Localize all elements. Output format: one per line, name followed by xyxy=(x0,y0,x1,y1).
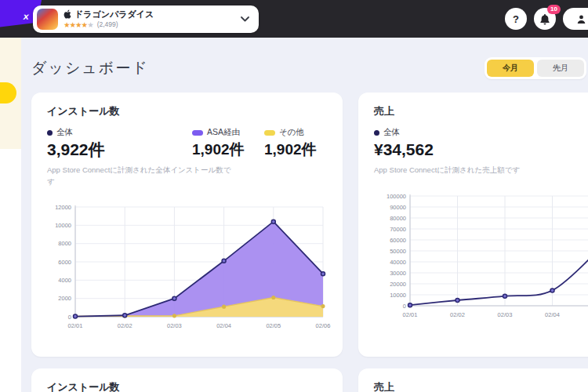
installs-caption: App Store Connectに計測された全体インストール数です xyxy=(47,165,235,187)
stat-other-label: その他 xyxy=(279,127,304,138)
stat-asa-label: ASA経由 xyxy=(207,127,240,138)
svg-text:8000: 8000 xyxy=(58,241,71,248)
stat-total-label: 全体 xyxy=(56,127,73,138)
stat-revenue-label: 全体 xyxy=(383,127,400,138)
help-button[interactable]: ? xyxy=(505,8,527,30)
user-icon xyxy=(576,14,586,24)
svg-text:12000: 12000 xyxy=(55,204,71,211)
rating-count: (2,499) xyxy=(97,20,118,28)
svg-text:2000: 2000 xyxy=(58,296,71,303)
stat-asa: ASA経由 1,902件 xyxy=(192,127,264,158)
top-actions: ? 10 xyxy=(505,8,588,30)
installs-card: インストール数 全体 3,922件 ASA経由 1,902件 xyxy=(31,93,343,357)
revenue-card-2-title: 売上 xyxy=(374,380,588,392)
svg-text:02/05: 02/05 xyxy=(266,322,281,329)
profile-button[interactable] xyxy=(563,8,588,30)
svg-text:100000: 100000 xyxy=(387,192,406,199)
star-rating: ★★★★★ xyxy=(64,20,93,29)
installs-card-2: インストール数 xyxy=(31,368,343,392)
installs-stats: 全体 3,922件 ASA経由 1,902件 その他 1, xyxy=(47,127,327,158)
svg-text:60000: 60000 xyxy=(390,236,406,243)
revenue-caption: App Store Connectに計測された売上額です xyxy=(374,165,588,176)
revenue-card-title: 売上 xyxy=(374,104,588,118)
page-title: ダッシュボード xyxy=(31,58,149,78)
period-toggle: 今月 先月 xyxy=(485,57,586,79)
svg-text:70000: 70000 xyxy=(390,225,406,232)
installs-card-2-title: インストール数 xyxy=(47,380,327,392)
revenue-chart: 0100002000030000400005000060000700008000… xyxy=(374,188,588,321)
stat-other-value: 1,902件 xyxy=(264,141,317,158)
svg-text:0: 0 xyxy=(403,302,406,309)
svg-text:02/01: 02/01 xyxy=(403,311,418,318)
revenue-card-2: 売上 xyxy=(358,368,588,392)
stat-total-value: 3,922件 xyxy=(47,141,192,158)
notifications-button[interactable]: 10 xyxy=(534,8,556,30)
stat-revenue-value: ¥34,562 xyxy=(374,141,434,158)
installs-chart: 02000400060008000100001200002/0102/0202/… xyxy=(47,199,327,332)
svg-text:4000: 4000 xyxy=(58,277,71,284)
revenue-card: 売上 全体 ¥34,562 App Store Connectに計測された売上額… xyxy=(358,93,588,357)
top-bar: x ドラゴンパラダイス ★★★★★ (2,499) ? xyxy=(0,0,588,38)
svg-text:02/04: 02/04 xyxy=(545,311,560,318)
app-selector-text: ドラゴンパラダイス ★★★★★ (2,499) xyxy=(64,9,235,29)
svg-text:90000: 90000 xyxy=(390,203,406,210)
svg-text:10000: 10000 xyxy=(390,291,406,298)
logo-text: x xyxy=(24,11,29,21)
dashboard-cards: インストール数 全体 3,922件 ASA経由 1,902件 xyxy=(31,93,588,392)
svg-text:02/03: 02/03 xyxy=(498,311,513,318)
revenue-line-chart: 0100002000030000400005000060000700008000… xyxy=(374,188,588,321)
apple-icon xyxy=(64,9,71,19)
page-header: ダッシュボード 今月 先月 xyxy=(31,56,586,80)
stat-other: その他 1,902件 xyxy=(264,127,317,158)
stat-asa-value: 1,902件 xyxy=(192,141,264,158)
revenue-total-marker-dot xyxy=(374,130,379,136)
svg-text:02/04: 02/04 xyxy=(216,322,231,329)
svg-text:02/01: 02/01 xyxy=(68,322,83,329)
svg-text:40000: 40000 xyxy=(390,258,406,265)
app-name: ドラゴンパラダイス xyxy=(74,9,154,19)
last-month-button[interactable]: 先月 xyxy=(537,60,584,77)
total-marker-dot xyxy=(47,130,53,136)
app-store-app-icon xyxy=(37,9,58,30)
chevron-down-icon xyxy=(241,16,249,22)
notification-badge: 10 xyxy=(547,5,561,14)
svg-text:50000: 50000 xyxy=(390,247,406,254)
question-mark-icon: ? xyxy=(513,13,519,25)
svg-text:02/06: 02/06 xyxy=(316,322,331,329)
installs-area-chart: 02000400060008000100001200002/0102/0202/… xyxy=(47,199,327,332)
svg-text:80000: 80000 xyxy=(390,214,406,221)
sidebar xyxy=(0,38,21,392)
revenue-stats: 全体 ¥34,562 xyxy=(374,127,588,158)
svg-text:02/02: 02/02 xyxy=(450,311,465,318)
app-selector-dropdown[interactable]: ドラゴンパラダイス ★★★★★ (2,499) xyxy=(33,5,259,33)
svg-text:0: 0 xyxy=(68,314,71,321)
asa-marker-pill xyxy=(192,130,203,136)
installs-card-title: インストール数 xyxy=(47,104,327,118)
bell-icon xyxy=(539,13,550,25)
other-marker-pill xyxy=(264,130,275,136)
svg-text:02/03: 02/03 xyxy=(167,322,182,329)
main-content: ダッシュボード 今月 先月 インストール数 全体 3,922件 xyxy=(21,38,588,392)
this-month-button[interactable]: 今月 xyxy=(487,60,534,77)
svg-text:6000: 6000 xyxy=(58,259,71,266)
stat-total: 全体 3,922件 xyxy=(47,127,192,158)
svg-text:20000: 20000 xyxy=(390,280,406,287)
svg-text:10000: 10000 xyxy=(55,222,71,229)
svg-text:02/02: 02/02 xyxy=(118,322,132,329)
stat-revenue-total: 全体 ¥34,562 xyxy=(374,127,434,158)
svg-text:30000: 30000 xyxy=(390,269,406,276)
